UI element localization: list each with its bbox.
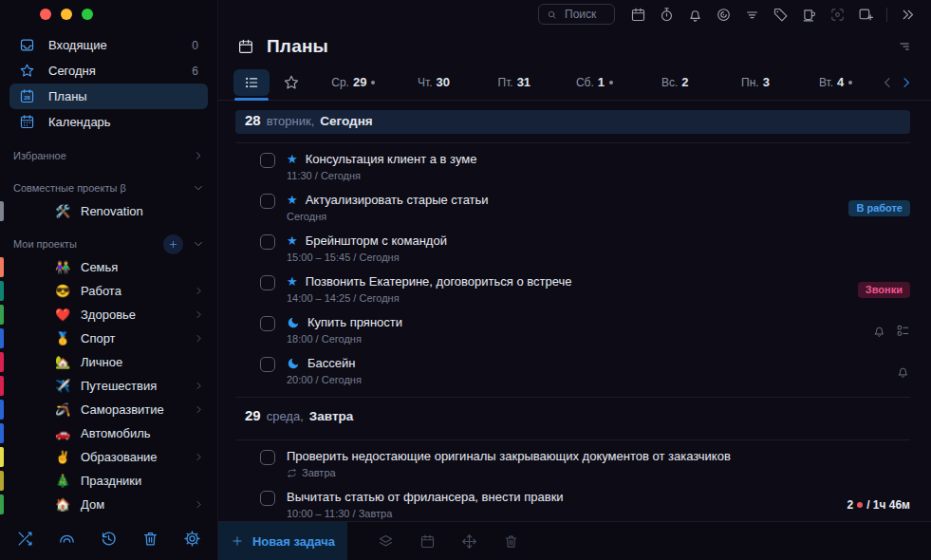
sidebar-item-inbox[interactable]: Входящие0: [9, 32, 208, 58]
task-checkbox[interactable]: [260, 153, 275, 168]
sidebar-section-favorites[interactable]: Избранное: [0, 144, 217, 167]
day-tab-29[interactable]: Ср.29: [313, 75, 394, 89]
task-checkbox[interactable]: [260, 450, 275, 465]
sidebar-section-shared-projects[interactable]: Совместные проекты β: [0, 177, 217, 199]
task-body[interactable]: ★Позвонить Екатерине, договориться о вст…: [287, 274, 858, 304]
chevron-right-icon[interactable]: [194, 404, 204, 415]
tag-icon[interactable]: [773, 7, 789, 23]
day-tab-31[interactable]: Пт.31: [474, 75, 554, 89]
project-emoji-icon: 🚗: [53, 427, 72, 439]
trash-icon[interactable]: [503, 533, 519, 550]
chevron-down-icon[interactable]: [193, 182, 204, 194]
sidebar-section-my-projects[interactable]: Мои проекты: [0, 233, 217, 255]
section-relative-day: Сегодня: [320, 114, 372, 128]
day-tab-30[interactable]: Чт.30: [394, 75, 475, 89]
chevron-right-icon[interactable]: [193, 150, 204, 161]
task-body[interactable]: Бассейн20:00 / Сегодня: [287, 356, 896, 385]
chevron-right-icon[interactable]: [194, 381, 204, 391]
day-tabs: Ср.29Чт.30Пт.31Сб.1Вс.2Пн.3Вт.4: [313, 75, 876, 89]
day-tab-2[interactable]: Вс.2: [635, 75, 716, 89]
task-schedule: 10:00 – 11:30 / Завтра: [287, 508, 392, 519]
project-item[interactable]: ✈️Путешествия: [0, 374, 217, 398]
task-schedule: 14:00 – 14:25 / Сегодня: [287, 292, 400, 304]
sidebar-item-count: 6: [192, 65, 198, 78]
task-checkbox[interactable]: [260, 491, 275, 506]
chevron-down-icon[interactable]: [193, 238, 204, 250]
project-item[interactable]: 😎Работа: [0, 279, 217, 303]
chevron-left-icon[interactable]: [880, 75, 895, 90]
project-item[interactable]: 👫Семья: [0, 255, 217, 279]
project-label: Здоровье: [81, 308, 136, 322]
project-emoji-icon: 👫: [53, 261, 72, 273]
chevron-right-icon[interactable]: [194, 333, 204, 344]
project-item[interactable]: 🚗Автомобиль: [0, 421, 217, 445]
project-item[interactable]: ✌️Образование: [0, 445, 217, 469]
double-chevron-right-icon[interactable]: [900, 7, 916, 23]
history-icon[interactable]: [100, 530, 118, 548]
layers-icon[interactable]: [378, 533, 394, 550]
new-task-button[interactable]: Новая задача: [218, 522, 347, 560]
day-tab-3[interactable]: Пн.3: [716, 75, 796, 89]
chevron-right-icon[interactable]: [194, 286, 204, 296]
task-body[interactable]: Купить пряности18:00 / Сегодня: [287, 315, 872, 345]
sidebar-item-calendar[interactable]: Календарь: [9, 109, 208, 135]
minimize-window-button[interactable]: [61, 9, 72, 20]
priority-star-icon: ★: [287, 153, 298, 165]
sidebar-item-plans[interactable]: 28Планы: [9, 84, 208, 109]
sidebar-item-today[interactable]: Сегодня6: [9, 58, 208, 84]
project-item[interactable]: 🪃Саморазвитие: [0, 398, 217, 421]
settings-icon[interactable]: [183, 530, 201, 548]
trash-icon[interactable]: [141, 530, 159, 548]
chevron-right-icon[interactable]: [194, 309, 204, 320]
new-window-icon[interactable]: [858, 7, 874, 23]
task-body[interactable]: ★Актуализировать старые статьиСегодня: [287, 193, 848, 222]
task-body[interactable]: ★Брейншторм с командой15:00 – 15:45 / Се…: [287, 233, 910, 263]
scan-icon[interactable]: [829, 7, 846, 23]
project-item[interactable]: 🏡Личное: [0, 350, 217, 374]
move-icon[interactable]: [461, 533, 477, 550]
tab-list-view[interactable]: [233, 69, 270, 96]
shuffle-icon[interactable]: [16, 530, 34, 548]
page-title: Планы: [267, 36, 328, 57]
task-body[interactable]: ★Консультация клиент а в зуме11:30 / Сег…: [287, 152, 910, 181]
arc-icon[interactable]: [58, 530, 76, 548]
close-window-button[interactable]: [40, 9, 51, 20]
day-tab-4[interactable]: Вт.4: [795, 75, 876, 89]
disc-icon[interactable]: [716, 7, 732, 23]
search-box[interactable]: [538, 4, 615, 25]
project-emoji-icon: 🥇: [53, 332, 72, 345]
task-checkbox[interactable]: [260, 234, 275, 250]
task-checkbox[interactable]: [260, 357, 275, 372]
chevron-right-icon[interactable]: [194, 499, 204, 510]
task-body[interactable]: Проверить недостающие оригиналы закрываю…: [287, 449, 910, 478]
add-project-button[interactable]: [163, 234, 183, 254]
project-item[interactable]: 🏠Дом: [0, 493, 217, 516]
sort-filter-icon[interactable]: [895, 38, 912, 55]
calendar-icon[interactable]: [630, 7, 646, 23]
day-tab-1[interactable]: Сб.1: [554, 75, 635, 89]
tab-starred-view[interactable]: [273, 69, 309, 96]
task-body[interactable]: Вычитать статью от фрилансера, внести пр…: [287, 490, 847, 519]
filter-icon[interactable]: [744, 7, 760, 23]
day-number: 29: [353, 75, 366, 89]
chevron-right-icon[interactable]: [899, 75, 914, 90]
inbox-icon: [19, 37, 35, 53]
calendar-icon[interactable]: [419, 533, 436, 550]
project-item[interactable]: 🛠️Renovation: [0, 199, 217, 223]
search-input[interactable]: [563, 7, 606, 22]
repeat-icon: [287, 468, 297, 478]
project-item[interactable]: 🥇Спорт: [0, 327, 217, 350]
chevron-right-icon[interactable]: [194, 452, 204, 462]
zoom-window-button[interactable]: [82, 9, 93, 20]
bell-icon[interactable]: [687, 7, 703, 23]
mug-icon[interactable]: [801, 7, 817, 23]
section-day-number: 29: [245, 407, 261, 423]
project-item[interactable]: ❤️Здоровье: [0, 303, 217, 327]
day-abbr: Сб.: [576, 76, 594, 89]
project-item[interactable]: 🎄Праздники: [0, 469, 217, 493]
stopwatch-icon[interactable]: [659, 7, 675, 23]
task-checkbox[interactable]: [260, 275, 275, 290]
task-checkbox[interactable]: [260, 194, 275, 209]
status-badge: В работе: [848, 200, 910, 216]
task-checkbox[interactable]: [260, 316, 275, 331]
